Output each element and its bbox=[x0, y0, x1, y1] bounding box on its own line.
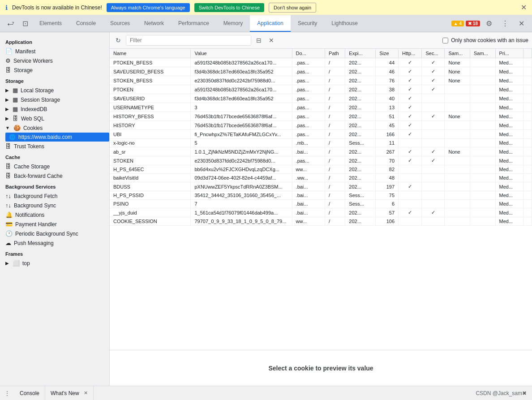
table-row[interactable]: SAVEUSERIDf3d4b368dc187ed660ea18fc35a952… bbox=[110, 94, 532, 103]
bg-sync-icon: ↑↓ bbox=[5, 202, 11, 209]
table-row[interactable]: USERNAMETYPE3.pas.../202...13✓Med... bbox=[110, 103, 532, 112]
main-layout: Application 📄 Manifest ⚙ Service Workers… bbox=[0, 32, 532, 386]
always-match-button[interactable]: Always match Chrome's language bbox=[107, 3, 190, 12]
table-row[interactable]: SAVEUSERID_BFESSf3d4b368dc187ed660ea18fc… bbox=[110, 67, 532, 76]
storage-app-label: Storage bbox=[14, 67, 33, 73]
payment-icon: 💳 bbox=[5, 221, 13, 228]
col-header-expires[interactable]: Expi... bbox=[345, 49, 376, 58]
tab-security[interactable]: Security bbox=[291, 15, 324, 32]
tab-console[interactable]: Console bbox=[69, 15, 103, 32]
col-header-path[interactable]: Path bbox=[325, 49, 345, 58]
table-header-row: Name Value Do... Path Expi... Size Http.… bbox=[110, 49, 532, 58]
table-row[interactable]: H_PS_PSSID35412_34442_35106_31660_35456_… bbox=[110, 191, 532, 200]
tab-performance[interactable]: Performance bbox=[171, 15, 216, 32]
sidebar-item-web-sql[interactable]: ▶ 🗄 Web SQL bbox=[0, 114, 109, 123]
col-header-domain[interactable]: Do... bbox=[292, 49, 325, 58]
col-header-secure[interactable]: Sec... bbox=[422, 49, 445, 58]
bottom-tab-whats-new[interactable]: What's New ✕ bbox=[45, 386, 94, 400]
bg-sync-label: Background Sync bbox=[14, 202, 56, 209]
tab-lighthouse[interactable]: Lighthouse bbox=[324, 15, 365, 32]
table-row[interactable]: baikeVisitId09d3d724-06ee-402f-82e4-c445… bbox=[110, 174, 532, 182]
sidebar-item-session-storage[interactable]: ▶ ▦ Session Storage bbox=[0, 95, 109, 104]
info-icon: ℹ bbox=[5, 4, 8, 11]
table-row[interactable]: PTOKEN_BFESSa591f3248b085b3278562a26ca17… bbox=[110, 58, 532, 67]
back-forward-icon: 🗄 bbox=[5, 172, 11, 179]
switch-chinese-button[interactable]: Switch DevTools to Chinese bbox=[194, 3, 264, 12]
tab-sources[interactable]: Sources bbox=[103, 15, 137, 32]
sidebar-item-top-frame[interactable]: ▶ ⬜ top bbox=[0, 258, 109, 268]
tab-elements[interactable]: Elements bbox=[32, 15, 69, 32]
table-row[interactable]: ab_sr1.0.1_ZjNkNzM5NDZjZmMxY2NjNG....bai… bbox=[110, 147, 532, 156]
table-row[interactable]: HISTORY_BFESS76d453b1fb177bcede65636878f… bbox=[110, 112, 532, 121]
bottom-bar: ⋮ Console What's New ✕ CSDN @Jack_sam✖ bbox=[0, 386, 532, 400]
sidebar-item-back-forward[interactable]: 🗄 Back-forward Cache bbox=[0, 171, 109, 181]
expand-icon: ▶ bbox=[5, 116, 9, 121]
tab-application[interactable]: Application bbox=[250, 15, 291, 32]
error-badge[interactable]: ✖ 18 bbox=[466, 21, 480, 26]
sidebar-item-storage-app[interactable]: 🗄 Storage bbox=[0, 65, 109, 75]
col-header-name[interactable]: Name bbox=[110, 49, 191, 58]
periodic-icon: 🕐 bbox=[5, 230, 13, 237]
sidebar-item-cookies[interactable]: ▼ 🍪 Cookies bbox=[0, 123, 109, 133]
sidebar-item-bg-sync[interactable]: ↑↓ Background Sync bbox=[0, 201, 109, 210]
close-icon[interactable]: ✕ bbox=[521, 3, 527, 12]
sidebar-item-trust-tokens[interactable]: 🗄 Trust Tokens bbox=[0, 142, 109, 151]
tab-bar: ⮐ ⊡ Elements Console Sources Network Per… bbox=[0, 15, 532, 32]
table-row[interactable]: STOKEN_BFESSe230350d837fdd0c2242bf75988d… bbox=[110, 76, 532, 85]
bottom-menu-icon[interactable]: ⋮ bbox=[0, 386, 14, 400]
sidebar-item-payment[interactable]: 💳 Payment Handler bbox=[0, 219, 109, 229]
sidebar-item-service-workers[interactable]: ⚙ Service Workers bbox=[0, 56, 109, 65]
col-header-priority[interactable]: Pri... bbox=[495, 49, 523, 58]
cookie-issue-checkbox[interactable] bbox=[442, 38, 448, 43]
table-row[interactable]: H_PS_645ECbb6d4xu2v%2FJCXGHDvqLzqDCXg...… bbox=[110, 165, 532, 174]
sidebar-item-cache-storage[interactable]: 🗄 Cache Storage bbox=[0, 162, 109, 171]
table-row[interactable]: x-logic-no5.mb.../Sess...11Med... bbox=[110, 139, 532, 147]
sidebar-item-manifest[interactable]: 📄 Manifest bbox=[0, 47, 109, 56]
cookie-table-wrapper[interactable]: Name Value Do... Path Expi... Size Http.… bbox=[110, 49, 532, 350]
filter-input[interactable] bbox=[126, 35, 251, 46]
bottom-tab-console[interactable]: Console bbox=[14, 386, 45, 400]
table-row[interactable]: PTOKENa591f3248b085b3278562a26ca170....p… bbox=[110, 85, 532, 94]
col-header-http[interactable]: Http... bbox=[399, 49, 422, 58]
col-header-samesite2[interactable]: Sam... bbox=[470, 49, 495, 58]
settings-icon[interactable]: ⚙ bbox=[482, 19, 496, 28]
table-row[interactable]: COOKIE_SESSION79707_0_9_9_33_18_1_0_9_5_… bbox=[110, 217, 532, 226]
clear-filter-icon[interactable]: ⊟ bbox=[254, 35, 264, 45]
bottom-username: CSDN @Jack_sam✖ bbox=[476, 390, 527, 396]
refresh-button[interactable]: ↻ bbox=[113, 35, 123, 45]
info-bar: ℹ DevTools is now available in Chinese! … bbox=[0, 0, 532, 15]
console-tab-label: Console bbox=[20, 390, 39, 396]
sidebar-item-bg-fetch[interactable]: ↑↓ Background Fetch bbox=[0, 191, 109, 201]
sidebar-item-notifications[interactable]: 🔔 Notifications bbox=[0, 210, 109, 219]
devtools-responsive-icon[interactable]: ⊡ bbox=[18, 15, 32, 32]
whats-new-close-icon[interactable]: ✕ bbox=[84, 390, 88, 396]
warning-badge[interactable]: ▲ 4 bbox=[451, 21, 464, 26]
table-row[interactable]: __yjs_duid1_561ca54d1f76079f01446dab499a… bbox=[110, 208, 532, 217]
cache-storage-icon: 🗄 bbox=[5, 163, 11, 170]
periodic-label: Periodic Background Sync bbox=[15, 231, 78, 237]
sidebar-item-push[interactable]: ☁ Push Messaging bbox=[0, 238, 109, 248]
frames-section-header: Frames bbox=[0, 248, 109, 258]
col-header-samesite1[interactable]: Sam... bbox=[445, 49, 470, 58]
close-devtools-icon[interactable]: ✕ bbox=[514, 19, 528, 28]
devtools-back-icon[interactable]: ⮐ bbox=[4, 15, 18, 32]
dismiss-button[interactable]: Don't show again bbox=[269, 3, 316, 13]
table-row[interactable]: STOKENe230350d837fdd0c2242bf75988d0....p… bbox=[110, 156, 532, 165]
delete-cookies-icon[interactable]: ✕ bbox=[266, 35, 276, 45]
col-header-value[interactable]: Value bbox=[191, 49, 292, 58]
table-row[interactable]: UBIfi_PncwhpxZ%7ETaKAfuFMZLGCxYv....pas.… bbox=[110, 130, 532, 139]
sidebar-item-baidu-cookie[interactable]: 🌐 https://www.baidu.com bbox=[5, 133, 109, 142]
cache-storage-label: Cache Storage bbox=[14, 163, 50, 170]
col-header-size[interactable]: Size bbox=[376, 49, 399, 58]
table-row[interactable]: HISTORY76d453b1fb177bcede65636878f6af...… bbox=[110, 121, 532, 130]
tab-network[interactable]: Network bbox=[137, 15, 171, 32]
table-row[interactable]: BDUSSpXNUwwZEF5YkpscTdRRnA0Z3BSM....bai.… bbox=[110, 182, 532, 191]
sidebar-item-local-storage[interactable]: ▶ ▦ Local Storage bbox=[0, 86, 109, 95]
sidebar-item-indexeddb[interactable]: ▶ ▦ IndexedDB bbox=[0, 104, 109, 114]
indexeddb-label: IndexedDB bbox=[21, 106, 47, 112]
sidebar-item-periodic-bg[interactable]: 🕐 Periodic Background Sync bbox=[0, 229, 109, 238]
table-row[interactable]: PSINO7.bai.../Sess...6Med... bbox=[110, 200, 532, 208]
tab-memory[interactable]: Memory bbox=[216, 15, 250, 32]
cookie-url-icon: 🌐 bbox=[9, 134, 16, 140]
more-icon[interactable]: ⋮ bbox=[498, 19, 512, 28]
